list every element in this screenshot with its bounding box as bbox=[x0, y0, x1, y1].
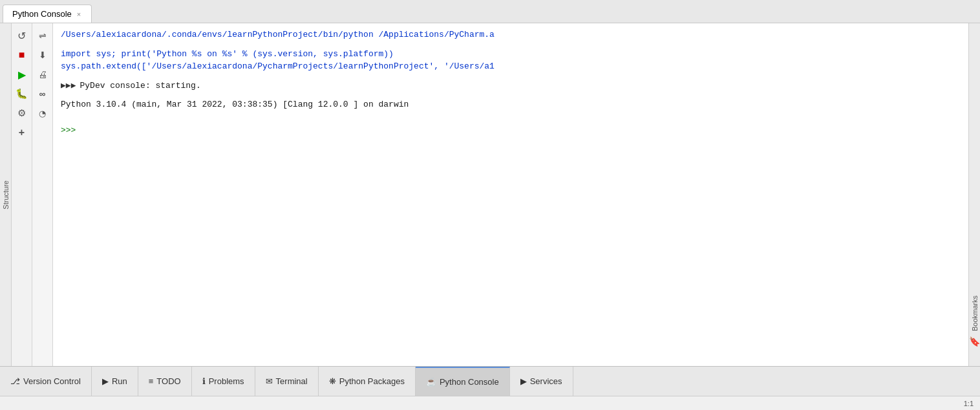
todo-tab[interactable]: ≡ TODO bbox=[138, 367, 192, 396]
services-icon: ▶ bbox=[520, 376, 527, 386]
bookmarks-panel[interactable]: Bookmarks 🔖 bbox=[968, 23, 980, 366]
services-label: Services bbox=[530, 376, 562, 386]
tab-close-button[interactable]: × bbox=[76, 10, 82, 18]
structure-panel[interactable]: Structure bbox=[0, 23, 12, 366]
stop-icon[interactable]: ■ bbox=[14, 47, 30, 63]
print-icon[interactable]: 🖨 bbox=[34, 66, 51, 83]
python-console-label: Python Console bbox=[440, 377, 499, 387]
pydev-arrow: ▶▶▶ bbox=[61, 80, 76, 92]
version-control-icon: ⎇ bbox=[10, 376, 20, 386]
run-icon[interactable]: ▶ bbox=[14, 66, 30, 83]
terminal-tab[interactable]: ✉ Terminal bbox=[255, 367, 319, 396]
todo-icon: ≡ bbox=[149, 376, 154, 386]
syspath-line: sys.path.extend(['/Users/alexiacardona/P… bbox=[61, 60, 961, 73]
add-icon[interactable]: + bbox=[14, 124, 30, 141]
bookmark-icon: 🔖 bbox=[969, 336, 980, 347]
tab-bar: Python Console × bbox=[0, 0, 980, 23]
restart-icon[interactable]: ↺ bbox=[14, 27, 30, 44]
cursor-position: 1:1 bbox=[964, 400, 974, 407]
main-area: Structure ↺ ■ ▶ 🐛 ⚙ + ⇌ ⬇ 🖨 ∞ ◔ /Users/a… bbox=[0, 23, 980, 366]
viewer-icon[interactable]: ∞ bbox=[34, 85, 51, 102]
problems-label: Problems bbox=[209, 376, 244, 386]
console-output[interactable]: /Users/alexiacardona/.conda/envs/learnPy… bbox=[53, 23, 968, 366]
problems-icon: ℹ bbox=[202, 376, 206, 386]
terminal-label: Terminal bbox=[276, 376, 308, 386]
python-console-icon: ☕ bbox=[426, 377, 436, 387]
version-control-label: Version Control bbox=[23, 376, 81, 386]
run-tab[interactable]: ▶ Run bbox=[92, 367, 138, 396]
toolbar-col1: ↺ ■ ▶ 🐛 ⚙ + bbox=[12, 23, 32, 366]
pydev-line: ▶▶▶ PyDev console: starting. bbox=[61, 80, 961, 92]
settings-icon[interactable]: ⚙ bbox=[14, 105, 30, 122]
clock-icon[interactable]: ◔ bbox=[34, 105, 51, 122]
terminal-icon: ✉ bbox=[266, 376, 273, 386]
status-bar: 1:1 bbox=[0, 396, 980, 410]
python-packages-icon: ❋ bbox=[329, 376, 336, 386]
python-packages-tab[interactable]: ❋ Python Packages bbox=[319, 367, 416, 396]
bookmarks-label: Bookmarks bbox=[971, 296, 979, 331]
tab-label: Python Console bbox=[12, 9, 72, 19]
toolbar-col2: ⇌ ⬇ 🖨 ∞ ◔ bbox=[32, 23, 53, 366]
python-version-line: Python 3.10.4 (main, Mar 31 2022, 03:38:… bbox=[61, 98, 961, 111]
run-label: Run bbox=[112, 376, 127, 386]
bottom-tab-bar: ⎇ Version Control ▶ Run ≡ TODO ℹ Problem… bbox=[0, 366, 980, 396]
todo-label: TODO bbox=[156, 376, 180, 386]
python-packages-label: Python Packages bbox=[339, 376, 405, 386]
import-line: import sys; print('Python %s on %s' % (s… bbox=[61, 48, 961, 61]
version-control-tab[interactable]: ⎇ Version Control bbox=[0, 367, 92, 396]
structure-label: Structure bbox=[2, 180, 10, 210]
path-line: /Users/alexiacardona/.conda/envs/learnPy… bbox=[61, 28, 961, 41]
python-console-tab[interactable]: ☕ Python Console bbox=[416, 367, 510, 396]
run-icon: ▶ bbox=[102, 376, 109, 386]
python-console-tab-header[interactable]: Python Console × bbox=[3, 5, 92, 23]
scroll-down-icon[interactable]: ⬇ bbox=[34, 47, 51, 63]
prompt-line: >>> bbox=[61, 124, 961, 137]
rerun-icon[interactable]: ⇌ bbox=[34, 27, 51, 44]
debug-icon[interactable]: 🐛 bbox=[14, 85, 30, 102]
services-tab[interactable]: ▶ Services bbox=[510, 367, 573, 396]
problems-tab[interactable]: ℹ Problems bbox=[192, 367, 255, 396]
